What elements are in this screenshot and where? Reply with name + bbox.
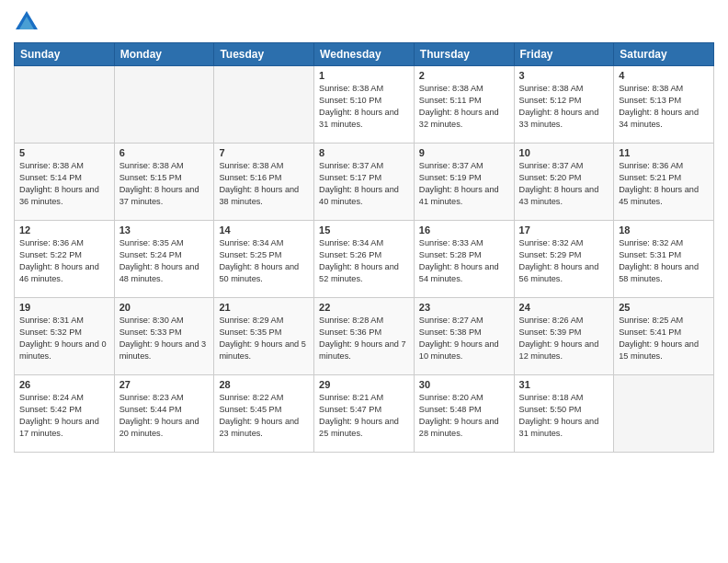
calendar-table: SundayMondayTuesdayWednesdayThursdayFrid… bbox=[14, 42, 714, 453]
day-number: 18 bbox=[619, 224, 709, 236]
calendar-cell: 28Sunrise: 8:22 AMSunset: 5:45 PMDayligh… bbox=[214, 375, 314, 453]
calendar-cell: 23Sunrise: 8:27 AMSunset: 5:38 PMDayligh… bbox=[414, 298, 514, 375]
calendar-cell: 12Sunrise: 8:36 AMSunset: 5:22 PMDayligh… bbox=[15, 221, 115, 298]
day-number: 28 bbox=[219, 379, 309, 390]
calendar-cell bbox=[614, 375, 714, 453]
day-number: 7 bbox=[219, 147, 309, 158]
calendar-cell: 22Sunrise: 8:28 AMSunset: 5:36 PMDayligh… bbox=[314, 298, 415, 375]
cell-content: Sunrise: 8:22 AMSunset: 5:45 PMDaylight:… bbox=[219, 392, 309, 440]
calendar-cell: 11Sunrise: 8:36 AMSunset: 5:21 PMDayligh… bbox=[614, 144, 714, 221]
calendar-cell: 19Sunrise: 8:31 AMSunset: 5:32 PMDayligh… bbox=[15, 298, 115, 375]
cell-content: Sunrise: 8:38 AMSunset: 5:16 PMDaylight:… bbox=[219, 160, 309, 208]
day-number: 1 bbox=[319, 70, 409, 81]
day-number: 31 bbox=[519, 379, 609, 390]
cell-content: Sunrise: 8:35 AMSunset: 5:24 PMDaylight:… bbox=[119, 237, 210, 285]
cell-content: Sunrise: 8:38 AMSunset: 5:10 PMDaylight:… bbox=[319, 83, 409, 131]
day-number: 20 bbox=[119, 302, 210, 313]
cell-content: Sunrise: 8:38 AMSunset: 5:13 PMDaylight:… bbox=[619, 83, 709, 131]
day-number: 22 bbox=[319, 302, 409, 313]
day-number: 5 bbox=[19, 147, 109, 158]
calendar-week-row: 26Sunrise: 8:24 AMSunset: 5:42 PMDayligh… bbox=[15, 375, 714, 453]
calendar-cell: 31Sunrise: 8:18 AMSunset: 5:50 PMDayligh… bbox=[514, 375, 614, 453]
day-of-week-header: Tuesday bbox=[214, 43, 314, 66]
day-number: 6 bbox=[119, 147, 210, 158]
calendar-cell: 6Sunrise: 8:38 AMSunset: 5:15 PMDaylight… bbox=[114, 144, 214, 221]
calendar-cell bbox=[114, 66, 214, 144]
cell-content: Sunrise: 8:26 AMSunset: 5:39 PMDaylight:… bbox=[519, 315, 609, 362]
day-number: 29 bbox=[319, 379, 409, 390]
day-number: 9 bbox=[419, 147, 509, 158]
calendar-cell bbox=[15, 66, 115, 144]
day-number: 12 bbox=[19, 224, 109, 236]
calendar-cell: 3Sunrise: 8:38 AMSunset: 5:12 PMDaylight… bbox=[514, 66, 614, 144]
calendar-cell: 18Sunrise: 8:32 AMSunset: 5:31 PMDayligh… bbox=[614, 221, 714, 298]
cell-content: Sunrise: 8:38 AMSunset: 5:11 PMDaylight:… bbox=[419, 83, 509, 131]
calendar-cell bbox=[214, 66, 314, 144]
calendar-cell: 16Sunrise: 8:33 AMSunset: 5:28 PMDayligh… bbox=[414, 221, 514, 298]
day-number: 11 bbox=[619, 147, 709, 158]
day-number: 25 bbox=[619, 302, 709, 313]
day-number: 14 bbox=[219, 224, 309, 236]
cell-content: Sunrise: 8:33 AMSunset: 5:28 PMDaylight:… bbox=[419, 237, 509, 285]
cell-content: Sunrise: 8:34 AMSunset: 5:26 PMDaylight:… bbox=[319, 237, 409, 285]
cell-content: Sunrise: 8:38 AMSunset: 5:14 PMDaylight:… bbox=[19, 160, 109, 208]
calendar-cell: 29Sunrise: 8:21 AMSunset: 5:47 PMDayligh… bbox=[314, 375, 415, 453]
calendar-week-row: 12Sunrise: 8:36 AMSunset: 5:22 PMDayligh… bbox=[15, 221, 714, 298]
cell-content: Sunrise: 8:30 AMSunset: 5:33 PMDaylight:… bbox=[119, 315, 210, 362]
calendar-week-row: 5Sunrise: 8:38 AMSunset: 5:14 PMDaylight… bbox=[15, 144, 714, 221]
calendar-cell: 26Sunrise: 8:24 AMSunset: 5:42 PMDayligh… bbox=[15, 375, 115, 453]
calendar-header-row: SundayMondayTuesdayWednesdayThursdayFrid… bbox=[15, 43, 714, 66]
day-number: 16 bbox=[419, 224, 509, 236]
calendar-week-row: 1Sunrise: 8:38 AMSunset: 5:10 PMDaylight… bbox=[15, 66, 714, 144]
header bbox=[14, 9, 714, 35]
calendar-cell: 7Sunrise: 8:38 AMSunset: 5:16 PMDaylight… bbox=[214, 144, 314, 221]
calendar-week-row: 19Sunrise: 8:31 AMSunset: 5:32 PMDayligh… bbox=[15, 298, 714, 375]
day-of-week-header: Sunday bbox=[15, 43, 115, 66]
calendar-cell: 17Sunrise: 8:32 AMSunset: 5:29 PMDayligh… bbox=[514, 221, 614, 298]
day-of-week-header: Wednesday bbox=[314, 43, 415, 66]
day-number: 2 bbox=[419, 70, 509, 81]
calendar-cell: 1Sunrise: 8:38 AMSunset: 5:10 PMDaylight… bbox=[314, 66, 415, 144]
calendar-cell: 14Sunrise: 8:34 AMSunset: 5:25 PMDayligh… bbox=[214, 221, 314, 298]
calendar-cell: 8Sunrise: 8:37 AMSunset: 5:17 PMDaylight… bbox=[314, 144, 415, 221]
cell-content: Sunrise: 8:27 AMSunset: 5:38 PMDaylight:… bbox=[419, 315, 509, 362]
calendar-cell: 25Sunrise: 8:25 AMSunset: 5:41 PMDayligh… bbox=[614, 298, 714, 375]
cell-content: Sunrise: 8:20 AMSunset: 5:48 PMDaylight:… bbox=[419, 392, 509, 440]
cell-content: Sunrise: 8:21 AMSunset: 5:47 PMDaylight:… bbox=[319, 392, 409, 440]
day-number: 21 bbox=[219, 302, 309, 313]
cell-content: Sunrise: 8:38 AMSunset: 5:15 PMDaylight:… bbox=[119, 160, 210, 208]
cell-content: Sunrise: 8:25 AMSunset: 5:41 PMDaylight:… bbox=[619, 315, 709, 362]
day-of-week-header: Thursday bbox=[414, 43, 514, 66]
day-of-week-header: Friday bbox=[514, 43, 614, 66]
calendar-cell: 4Sunrise: 8:38 AMSunset: 5:13 PMDaylight… bbox=[614, 66, 714, 144]
cell-content: Sunrise: 8:18 AMSunset: 5:50 PMDaylight:… bbox=[519, 392, 609, 440]
day-of-week-header: Saturday bbox=[614, 43, 714, 66]
logo bbox=[14, 9, 43, 35]
calendar-cell: 15Sunrise: 8:34 AMSunset: 5:26 PMDayligh… bbox=[314, 221, 415, 298]
day-number: 30 bbox=[419, 379, 509, 390]
cell-content: Sunrise: 8:34 AMSunset: 5:25 PMDaylight:… bbox=[219, 237, 309, 285]
cell-content: Sunrise: 8:36 AMSunset: 5:21 PMDaylight:… bbox=[619, 160, 709, 208]
day-number: 27 bbox=[119, 379, 210, 390]
day-number: 24 bbox=[519, 302, 609, 313]
calendar-cell: 27Sunrise: 8:23 AMSunset: 5:44 PMDayligh… bbox=[114, 375, 214, 453]
cell-content: Sunrise: 8:31 AMSunset: 5:32 PMDaylight:… bbox=[19, 315, 109, 362]
day-of-week-header: Monday bbox=[114, 43, 214, 66]
calendar-cell: 13Sunrise: 8:35 AMSunset: 5:24 PMDayligh… bbox=[114, 221, 214, 298]
calendar-cell: 20Sunrise: 8:30 AMSunset: 5:33 PMDayligh… bbox=[114, 298, 214, 375]
cell-content: Sunrise: 8:29 AMSunset: 5:35 PMDaylight:… bbox=[219, 315, 309, 362]
day-number: 4 bbox=[619, 70, 709, 81]
cell-content: Sunrise: 8:37 AMSunset: 5:19 PMDaylight:… bbox=[419, 160, 509, 208]
cell-content: Sunrise: 8:37 AMSunset: 5:17 PMDaylight:… bbox=[319, 160, 409, 208]
cell-content: Sunrise: 8:23 AMSunset: 5:44 PMDaylight:… bbox=[119, 392, 210, 440]
day-number: 8 bbox=[319, 147, 409, 158]
day-number: 3 bbox=[519, 70, 609, 81]
day-number: 26 bbox=[19, 379, 109, 390]
day-number: 19 bbox=[19, 302, 109, 313]
day-number: 13 bbox=[119, 224, 210, 236]
day-number: 23 bbox=[419, 302, 509, 313]
calendar-cell: 24Sunrise: 8:26 AMSunset: 5:39 PMDayligh… bbox=[514, 298, 614, 375]
page: SundayMondayTuesdayWednesdayThursdayFrid… bbox=[0, 0, 728, 563]
cell-content: Sunrise: 8:36 AMSunset: 5:22 PMDaylight:… bbox=[19, 237, 109, 285]
calendar-cell: 5Sunrise: 8:38 AMSunset: 5:14 PMDaylight… bbox=[15, 144, 115, 221]
